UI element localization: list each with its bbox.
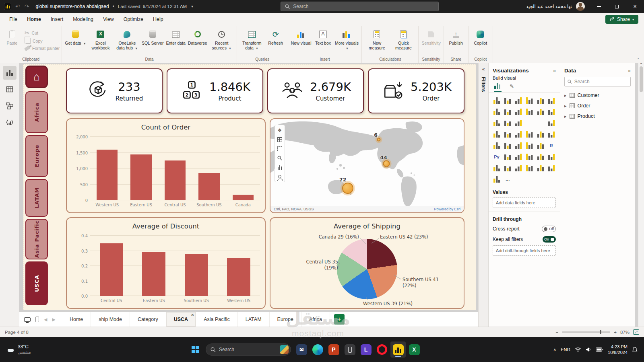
copy-button[interactable]: Copy — [25, 37, 60, 45]
layers-icon[interactable]: ❖ — [277, 128, 283, 133]
new-measure-button[interactable]: New measure — [364, 27, 390, 51]
add-drill-through-well[interactable]: Add drill-through fields here — [493, 245, 556, 256]
map-bubble-44[interactable]: 44 — [383, 160, 390, 167]
clustered-column-chart-button[interactable] — [524, 96, 534, 105]
mobile-layout-icon[interactable] — [35, 317, 39, 322]
onelake-data-hub-button[interactable]: OneLake data hub ▼ — [114, 27, 140, 51]
app-chrome[interactable] — [423, 341, 438, 358]
page-tab-africa[interactable]: Africa — [301, 312, 330, 327]
get-data-button[interactable]: Get data ▼ — [64, 27, 87, 47]
zoom-in-icon[interactable]: + — [614, 330, 617, 335]
maximize-button[interactable] — [608, 0, 626, 13]
expand-filters-icon[interactable]: « — [482, 66, 485, 72]
qa-visual-button[interactable] — [524, 152, 534, 162]
data-search-input[interactable] — [574, 79, 627, 84]
100-stacked-bar-chart-button[interactable] — [536, 96, 545, 105]
map-bubble-72[interactable]: 72 — [342, 183, 353, 194]
basemap-grid-icon[interactable] — [277, 137, 283, 142]
close-button[interactable]: ✕ — [626, 0, 644, 13]
stacked-bar-chart-button[interactable] — [492, 96, 502, 105]
zoom-slider[interactable] — [562, 331, 610, 333]
app-edge[interactable] — [310, 341, 325, 358]
narrative-visual-button[interactable] — [536, 152, 545, 162]
expand-icon[interactable]: ▸ — [564, 103, 567, 109]
nav-usca-button[interactable]: USCA — [25, 261, 48, 305]
new-visual-button[interactable]: New visual — [290, 27, 312, 46]
more-visuals-button[interactable]: More visuals ▼ — [334, 27, 359, 51]
sensitivity-button[interactable]: Sensitivity — [421, 27, 441, 46]
menu-item-insert[interactable]: Insert — [46, 14, 68, 25]
page-tab-usca[interactable]: USCA✕ — [166, 312, 196, 327]
kpi-card-returned[interactable]: 233Returned — [66, 68, 163, 113]
slicer-button[interactable] — [514, 141, 523, 150]
menu-item-home[interactable]: Home — [23, 14, 45, 25]
publish-button[interactable]: ↑Publish — [446, 27, 466, 46]
data-table-order[interactable]: ▸Order — [560, 101, 635, 111]
scatter-chart-button[interactable] — [514, 118, 523, 128]
transform-data-button[interactable]: Transform data ▼ — [239, 27, 265, 51]
arcgis-map-button[interactable] — [503, 163, 512, 173]
python-visual-button[interactable]: Py — [492, 152, 502, 162]
page-tab-europe[interactable]: Europe — [270, 312, 301, 327]
menu-item-view[interactable]: View — [99, 14, 118, 25]
more-options-button[interactable]: … — [503, 175, 512, 184]
titlebar-search-input[interactable] — [293, 4, 434, 9]
bar-southern-us[interactable] — [185, 254, 208, 296]
text-box-button[interactable]: AText box — [313, 27, 333, 46]
kpi-card-customer[interactable]: 2.679KCustomer — [267, 68, 364, 113]
cross-report-toggle[interactable]: Off — [542, 226, 556, 232]
chart-icon[interactable] — [277, 165, 283, 170]
language-indicator[interactable]: ENG — [561, 347, 570, 352]
treemap-button[interactable] — [547, 118, 556, 128]
r-script-visual-button[interactable]: R — [547, 141, 556, 150]
refresh-button[interactable]: ⟳Refresh — [266, 27, 286, 46]
average-of-discount-chart[interactable]: Average of Discount 0.00.10.20.30.4 Cent… — [66, 217, 266, 309]
wifi-icon[interactable] — [575, 347, 581, 352]
search-icon[interactable] — [277, 155, 283, 161]
report-view-button[interactable] — [3, 66, 17, 80]
clock[interactable]: 4:23 PM 10/8/2024 — [608, 344, 627, 356]
model-view-button[interactable] — [3, 99, 17, 113]
pie-chart[interactable] — [337, 239, 397, 299]
expand-icon[interactable]: ▸ — [564, 114, 567, 119]
menu-item-modeling[interactable]: Modeling — [68, 14, 98, 25]
collapse-visualizations-icon[interactable]: » — [553, 68, 556, 74]
app-excel[interactable]: X — [407, 341, 422, 358]
enter-data-button[interactable]: Enter data — [165, 27, 186, 46]
app-mail[interactable]: ✉ — [294, 341, 309, 358]
count-of-order-chart[interactable]: Count of Order 05001,0001,5002,000 Weste… — [66, 118, 266, 213]
text-slicer-button[interactable] — [536, 163, 545, 173]
stacked-area-chart-button[interactable] — [514, 107, 523, 117]
taskbar-search-input[interactable] — [219, 347, 271, 352]
nav-home-button[interactable]: ⌂ — [25, 66, 48, 88]
zoom-slider-thumb[interactable] — [600, 330, 601, 334]
volume-icon[interactable] — [586, 347, 591, 352]
100-stacked-column-chart-button[interactable] — [547, 96, 556, 105]
metrics-button[interactable] — [547, 152, 556, 162]
key-influencers-button[interactable] — [503, 152, 512, 162]
line-and-clustered-column-chart-button[interactable] — [536, 107, 545, 117]
copilot-button[interactable]: Copilot — [471, 27, 491, 46]
avatar[interactable] — [576, 2, 585, 11]
bar-canada[interactable] — [233, 195, 254, 200]
tab-build-visual[interactable] — [494, 83, 502, 92]
vertical-scrollbar[interactable]: ▲ — [638, 60, 644, 327]
menu-item-help[interactable]: Help — [149, 14, 168, 25]
clustered-bar-chart-button[interactable] — [514, 96, 523, 105]
paginated-report-button[interactable] — [492, 163, 502, 173]
weather-widget[interactable]: 33°C مشمس — [0, 344, 85, 355]
menu-item-file[interactable]: File — [5, 14, 22, 25]
nav-latam-button[interactable]: LATAM — [25, 179, 48, 217]
bar-eastern-us[interactable] — [142, 252, 165, 296]
stacked-column-chart-button[interactable] — [503, 96, 512, 105]
bar-southern-us[interactable] — [198, 173, 219, 200]
page-tab-home[interactable]: Home — [62, 312, 91, 327]
power-apps-button[interactable] — [514, 163, 523, 173]
data-search[interactable] — [564, 77, 631, 86]
next-page-icon[interactable]: ▶ — [52, 317, 55, 322]
tray-overflow-icon[interactable]: ∧ — [553, 347, 556, 352]
expand-icon[interactable]: ▸ — [564, 93, 567, 98]
funnel-chart-button[interactable] — [503, 118, 512, 128]
taskbar-search[interactable] — [206, 343, 291, 356]
area-chart-button[interactable] — [503, 107, 512, 117]
